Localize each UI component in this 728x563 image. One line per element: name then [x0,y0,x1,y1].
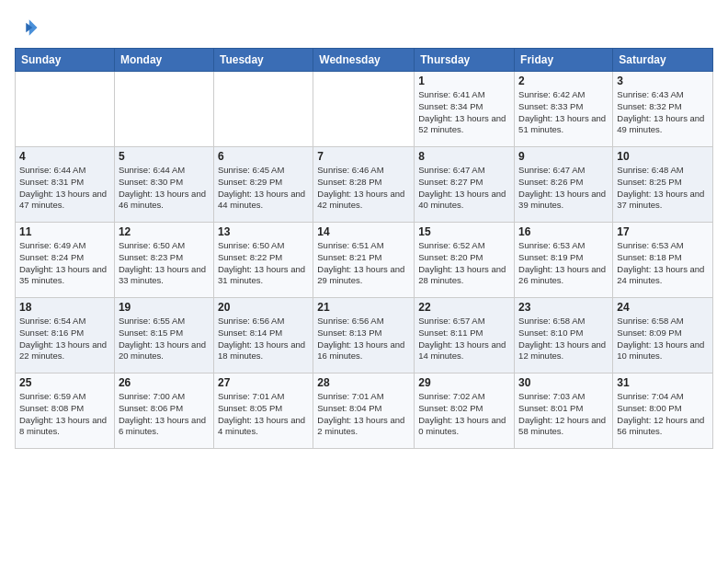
calendar-day-header: Tuesday [213,49,313,72]
calendar-week-row: 1Sunrise: 6:41 AM Sunset: 8:34 PM Daylig… [16,72,713,147]
calendar-cell: 11Sunrise: 6:49 AM Sunset: 8:24 PM Dayli… [16,223,115,298]
day-number: 12 [119,225,210,238]
day-number: 19 [119,301,210,314]
day-content: Sunrise: 6:43 AM Sunset: 8:32 PM Dayligh… [617,89,709,136]
day-content: Sunrise: 6:50 AM Sunset: 8:23 PM Dayligh… [119,240,210,287]
day-content: Sunrise: 6:46 AM Sunset: 8:28 PM Dayligh… [317,165,410,212]
day-number: 26 [119,376,210,389]
day-number: 29 [418,376,510,389]
calendar-cell: 9Sunrise: 6:47 AM Sunset: 8:26 PM Daylig… [515,147,613,223]
logo-icon [15,15,40,40]
day-content: Sunrise: 6:45 AM Sunset: 8:29 PM Dayligh… [218,165,309,212]
day-content: Sunrise: 6:53 AM Sunset: 8:18 PM Dayligh… [617,240,709,287]
day-number: 8 [418,150,510,163]
calendar-cell: 25Sunrise: 6:59 AM Sunset: 8:08 PM Dayli… [16,373,115,449]
day-content: Sunrise: 7:04 AM Sunset: 8:00 PM Dayligh… [617,391,709,438]
calendar-cell: 5Sunrise: 6:44 AM Sunset: 8:30 PM Daylig… [114,147,213,223]
calendar-cell: 20Sunrise: 6:56 AM Sunset: 8:14 PM Dayli… [213,298,313,373]
day-content: Sunrise: 6:51 AM Sunset: 8:21 PM Dayligh… [317,240,410,287]
calendar-cell: 15Sunrise: 6:52 AM Sunset: 8:20 PM Dayli… [415,223,515,298]
calendar-cell: 4Sunrise: 6:44 AM Sunset: 8:31 PM Daylig… [16,147,115,223]
day-number: 14 [317,225,410,238]
day-number: 31 [617,376,709,389]
calendar-cell: 16Sunrise: 6:53 AM Sunset: 8:19 PM Dayli… [515,223,613,298]
calendar-week-row: 18Sunrise: 6:54 AM Sunset: 8:16 PM Dayli… [16,298,713,373]
day-number: 23 [518,301,609,314]
day-number: 11 [19,225,110,238]
day-number: 24 [617,301,709,314]
calendar-cell [313,72,415,147]
day-content: Sunrise: 6:54 AM Sunset: 8:16 PM Dayligh… [19,316,110,362]
day-content: Sunrise: 6:48 AM Sunset: 8:25 PM Dayligh… [617,165,709,212]
day-content: Sunrise: 7:01 AM Sunset: 8:05 PM Dayligh… [218,391,309,438]
header [15,15,713,40]
calendar-cell: 12Sunrise: 6:50 AM Sunset: 8:23 PM Dayli… [114,223,213,298]
calendar-cell: 31Sunrise: 7:04 AM Sunset: 8:00 PM Dayli… [613,373,713,449]
day-content: Sunrise: 6:47 AM Sunset: 8:27 PM Dayligh… [418,165,510,212]
day-number: 2 [518,75,609,87]
day-content: Sunrise: 6:52 AM Sunset: 8:20 PM Dayligh… [418,240,510,287]
calendar-cell: 27Sunrise: 7:01 AM Sunset: 8:05 PM Dayli… [213,373,313,449]
calendar-cell: 18Sunrise: 6:54 AM Sunset: 8:16 PM Dayli… [16,298,115,373]
day-content: Sunrise: 7:02 AM Sunset: 8:02 PM Dayligh… [418,391,510,438]
day-content: Sunrise: 6:49 AM Sunset: 8:24 PM Dayligh… [19,240,110,287]
day-number: 20 [218,301,309,314]
day-content: Sunrise: 6:41 AM Sunset: 8:34 PM Dayligh… [418,89,510,136]
calendar-cell: 28Sunrise: 7:01 AM Sunset: 8:04 PM Dayli… [313,373,415,449]
calendar-cell: 22Sunrise: 6:57 AM Sunset: 8:11 PM Dayli… [415,298,515,373]
day-content: Sunrise: 6:42 AM Sunset: 8:33 PM Dayligh… [518,89,609,136]
day-content: Sunrise: 6:56 AM Sunset: 8:14 PM Dayligh… [218,316,309,362]
calendar-day-header: Sunday [16,49,115,72]
calendar-cell: 17Sunrise: 6:53 AM Sunset: 8:18 PM Dayli… [613,223,713,298]
day-number: 9 [518,150,609,163]
day-number: 10 [617,150,709,163]
calendar-cell: 2Sunrise: 6:42 AM Sunset: 8:33 PM Daylig… [515,72,613,147]
day-content: Sunrise: 6:56 AM Sunset: 8:13 PM Dayligh… [317,316,410,362]
day-content: Sunrise: 6:50 AM Sunset: 8:22 PM Dayligh… [218,240,309,287]
day-number: 21 [317,301,410,314]
day-number: 16 [518,225,609,238]
day-content: Sunrise: 6:44 AM Sunset: 8:30 PM Dayligh… [119,165,210,212]
calendar-day-header: Saturday [613,49,713,72]
calendar-cell: 7Sunrise: 6:46 AM Sunset: 8:28 PM Daylig… [313,147,415,223]
calendar-week-row: 4Sunrise: 6:44 AM Sunset: 8:31 PM Daylig… [16,147,713,223]
day-number: 5 [119,150,210,163]
calendar-cell: 30Sunrise: 7:03 AM Sunset: 8:01 PM Dayli… [515,373,613,449]
day-content: Sunrise: 6:44 AM Sunset: 8:31 PM Dayligh… [19,165,110,212]
day-number: 18 [19,301,110,314]
calendar-cell: 29Sunrise: 7:02 AM Sunset: 8:02 PM Dayli… [415,373,515,449]
calendar-cell: 1Sunrise: 6:41 AM Sunset: 8:34 PM Daylig… [415,72,515,147]
day-number: 7 [317,150,410,163]
calendar-cell: 6Sunrise: 6:45 AM Sunset: 8:29 PM Daylig… [213,147,313,223]
calendar-cell: 14Sunrise: 6:51 AM Sunset: 8:21 PM Dayli… [313,223,415,298]
calendar-day-header: Wednesday [313,49,415,72]
calendar-cell [16,72,115,147]
calendar-week-row: 25Sunrise: 6:59 AM Sunset: 8:08 PM Dayli… [16,373,713,449]
day-number: 1 [418,75,510,87]
calendar-cell: 19Sunrise: 6:55 AM Sunset: 8:15 PM Dayli… [114,298,213,373]
day-number: 4 [19,150,110,163]
day-number: 13 [218,225,309,238]
calendar-cell [114,72,213,147]
calendar-cell: 24Sunrise: 6:58 AM Sunset: 8:09 PM Dayli… [613,298,713,373]
calendar-cell: 26Sunrise: 7:00 AM Sunset: 8:06 PM Dayli… [114,373,213,449]
calendar-cell: 10Sunrise: 6:48 AM Sunset: 8:25 PM Dayli… [613,147,713,223]
day-content: Sunrise: 6:57 AM Sunset: 8:11 PM Dayligh… [418,316,510,362]
day-number: 30 [518,376,609,389]
day-number: 6 [218,150,309,163]
day-number: 25 [19,376,110,389]
day-content: Sunrise: 6:55 AM Sunset: 8:15 PM Dayligh… [119,316,210,362]
day-number: 27 [218,376,309,389]
day-content: Sunrise: 6:47 AM Sunset: 8:26 PM Dayligh… [518,165,609,212]
calendar-cell [213,72,313,147]
day-content: Sunrise: 7:03 AM Sunset: 8:01 PM Dayligh… [518,391,609,438]
calendar-day-header: Thursday [415,49,515,72]
day-number: 15 [418,225,510,238]
day-content: Sunrise: 6:58 AM Sunset: 8:10 PM Dayligh… [518,316,609,362]
page: SundayMondayTuesdayWednesdayThursdayFrid… [0,0,728,563]
logo [15,15,44,40]
day-content: Sunrise: 7:01 AM Sunset: 8:04 PM Dayligh… [317,391,410,438]
calendar-week-row: 11Sunrise: 6:49 AM Sunset: 8:24 PM Dayli… [16,223,713,298]
day-number: 28 [317,376,410,389]
calendar-cell: 23Sunrise: 6:58 AM Sunset: 8:10 PM Dayli… [515,298,613,373]
